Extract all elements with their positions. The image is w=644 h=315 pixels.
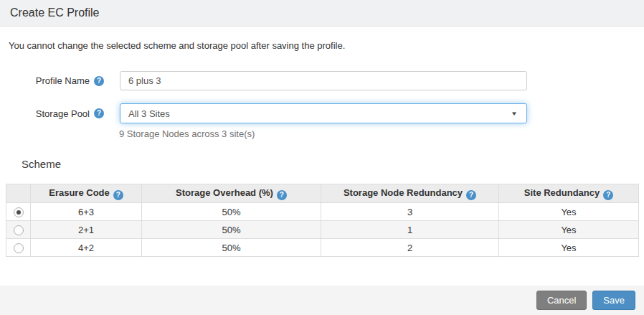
scheme-heading: Scheme: [22, 158, 644, 170]
scheme-radio[interactable]: [14, 207, 24, 217]
col-site-redundancy: Site Redundancy?: [499, 184, 639, 203]
profile-name-input[interactable]: [120, 71, 527, 90]
col-label: Erasure Code: [49, 187, 110, 198]
col-label: Storage Node Redundancy: [344, 187, 463, 198]
col-erasure-code: Erasure Code?: [31, 184, 142, 203]
col-storage-overhead: Storage Overhead (%)?: [142, 184, 321, 203]
erasure-code-cell: 6+3: [31, 203, 142, 221]
erasure-code-cell: 2+1: [31, 221, 142, 239]
col-node-redundancy: Storage Node Redundancy?: [321, 184, 499, 203]
profile-name-row: Profile Name ?: [0, 71, 644, 90]
storage-pool-row: Storage Pool ? All 3 Sites ▼: [0, 103, 644, 123]
storage-overhead-cell: 50%: [142, 221, 321, 239]
create-ec-profile-dialog: Create EC Profile You cannot change the …: [0, 0, 644, 315]
storage-pool-label: Storage Pool: [0, 108, 90, 119]
help-icon[interactable]: ?: [94, 108, 104, 118]
table-row[interactable]: 6+3 50% 3 Yes: [6, 203, 639, 221]
erasure-code-cell: 4+2: [31, 239, 142, 257]
intro-text: You cannot change the selected scheme an…: [9, 40, 644, 51]
storage-pool-helper-text: 9 Storage Nodes across 3 site(s): [119, 128, 644, 139]
dialog-header: Create EC Profile: [0, 0, 644, 27]
scheme-radio[interactable]: [14, 225, 24, 235]
radio-cell: [6, 203, 31, 221]
table-header-row: Erasure Code? Storage Overhead (%)? Stor…: [6, 184, 639, 203]
table-row[interactable]: 2+1 50% 1 Yes: [6, 221, 639, 239]
dialog-footer: Cancel Save: [0, 286, 644, 315]
site-redundancy-cell: Yes: [499, 239, 639, 257]
storage-pool-select[interactable]: All 3 Sites ▼: [120, 103, 527, 123]
help-icon[interactable]: ?: [277, 190, 287, 200]
storage-overhead-cell: 50%: [142, 239, 321, 257]
site-redundancy-cell: Yes: [499, 203, 639, 221]
cancel-button[interactable]: Cancel: [536, 291, 587, 310]
scheme-table: Erasure Code? Storage Overhead (%)? Stor…: [6, 184, 639, 257]
node-redundancy-cell: 1: [321, 221, 499, 239]
help-icon[interactable]: ?: [466, 190, 476, 200]
radio-cell: [6, 239, 31, 257]
help-icon[interactable]: ?: [94, 76, 104, 86]
storage-pool-selected-value: All 3 Sites: [128, 108, 170, 119]
scheme-radio[interactable]: [14, 243, 24, 253]
site-redundancy-cell: Yes: [499, 221, 639, 239]
help-icon[interactable]: ?: [603, 190, 613, 200]
col-label: Storage Overhead (%): [176, 187, 273, 198]
radio-column-header: [6, 184, 31, 203]
storage-overhead-cell: 50%: [142, 203, 321, 221]
save-button[interactable]: Save: [592, 291, 635, 310]
col-label: Site Redundancy: [524, 187, 600, 198]
dialog-body: You cannot change the selected scheme an…: [0, 27, 644, 286]
radio-cell: [6, 221, 31, 239]
help-icon[interactable]: ?: [113, 190, 123, 200]
node-redundancy-cell: 2: [321, 239, 499, 257]
node-redundancy-cell: 3: [321, 203, 499, 221]
profile-name-label: Profile Name: [0, 75, 90, 86]
chevron-down-icon: ▼: [511, 111, 518, 117]
page-title: Create EC Profile: [10, 6, 100, 19]
table-row[interactable]: 4+2 50% 2 Yes: [6, 239, 639, 257]
